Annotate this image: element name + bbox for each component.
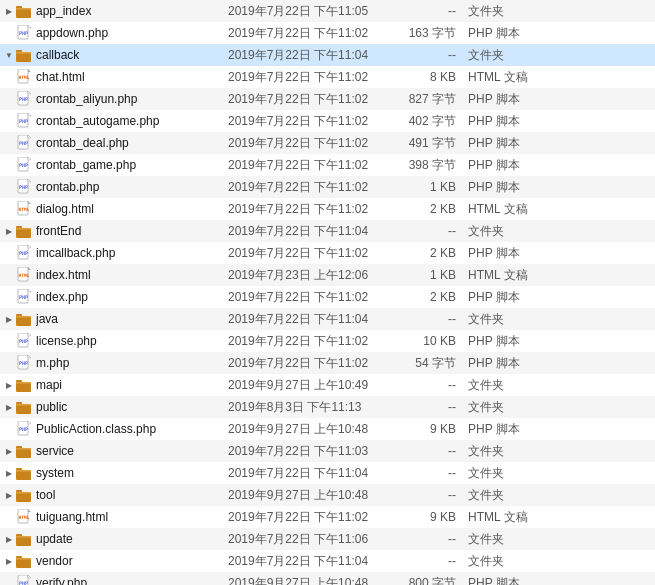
table-row[interactable]: ▶ java 2019年7月22日 下午11:04 -- 文件夹 <box>0 308 655 330</box>
table-row[interactable]: PHP crontab_aliyun.php 2019年7月22日 下午11:0… <box>0 88 655 110</box>
file-name-cell: ▶ public <box>4 399 224 415</box>
file-name-cell: PHP license.php <box>4 333 224 349</box>
file-date-cell: 2019年9月27日 上午10:49 <box>224 377 384 394</box>
file-name-cell: ▶ service <box>4 443 224 459</box>
svg-text:PHP: PHP <box>19 118 28 124</box>
php-icon: PHP <box>16 157 32 173</box>
file-size-cell: -- <box>384 488 464 502</box>
file-date-cell: 2019年9月27日 上午10:48 <box>224 487 384 504</box>
file-name-cell: PHP appdown.php <box>4 25 224 41</box>
file-date-cell: 2019年7月22日 下午11:04 <box>224 311 384 328</box>
file-date-cell: 2019年7月22日 下午11:02 <box>224 157 384 174</box>
file-size-cell: -- <box>384 378 464 392</box>
file-name-cell: ▶ mapi <box>4 377 224 393</box>
file-size-cell: 800 字节 <box>384 575 464 586</box>
expand-arrow[interactable]: ▼ <box>4 50 14 60</box>
svg-marker-90 <box>28 509 31 512</box>
table-row[interactable]: PHP appdown.php 2019年7月22日 下午11:02 163 字… <box>0 22 655 44</box>
filename-label: appdown.php <box>36 26 108 40</box>
expand-arrow[interactable]: ▶ <box>4 402 14 412</box>
table-row[interactable]: PHP crontab_deal.php 2019年7月22日 下午11:02 … <box>0 132 655 154</box>
php-icon: PHP <box>16 25 32 41</box>
file-date-cell: 2019年7月22日 下午11:02 <box>224 245 384 262</box>
svg-marker-33 <box>28 179 31 182</box>
file-size-cell: 9 KB <box>384 510 464 524</box>
table-row[interactable]: ▶ mapi 2019年9月27日 上午10:49 -- 文件夹 <box>0 374 655 396</box>
table-row[interactable]: PHP crontab_game.php 2019年7月22日 下午11:02 … <box>0 154 655 176</box>
svg-marker-13 <box>28 69 31 72</box>
file-size-cell: -- <box>384 224 464 238</box>
table-row[interactable]: PHP imcallback.php 2019年7月22日 下午11:02 2 … <box>0 242 655 264</box>
table-row[interactable]: PHP verify.php 2019年9月27日 上午10:48 800 字节… <box>0 572 655 585</box>
file-date-cell: 2019年7月22日 下午11:02 <box>224 69 384 86</box>
file-kind-cell: 文件夹 <box>464 223 544 240</box>
filename-label: crontab_game.php <box>36 158 136 172</box>
table-row[interactable]: ▼ callback 2019年7月22日 下午11:04 -- 文件夹 <box>0 44 655 66</box>
file-date-cell: 2019年7月22日 下午11:02 <box>224 333 384 350</box>
file-name-cell: PHP crontab.php <box>4 179 224 195</box>
table-row[interactable]: ▶ frontEnd 2019年7月22日 下午11:04 -- 文件夹 <box>0 220 655 242</box>
table-row[interactable]: HTML tuiguang.html 2019年7月22日 下午11:02 9 … <box>0 506 655 528</box>
table-row[interactable]: ▶ tool 2019年9月27日 上午10:48 -- 文件夹 <box>0 484 655 506</box>
expand-arrow[interactable]: ▶ <box>4 226 14 236</box>
table-row[interactable]: PHP index.php 2019年7月22日 下午11:02 2 KB PH… <box>0 286 655 308</box>
expand-arrow[interactable]: ▶ <box>4 446 14 456</box>
table-row[interactable]: PHP m.php 2019年7月22日 下午11:02 54 字节 PHP 脚… <box>0 352 655 374</box>
folder-icon <box>16 465 32 481</box>
expand-arrow[interactable]: ▶ <box>4 490 14 500</box>
folder-icon <box>16 531 32 547</box>
table-row[interactable]: ▶ service 2019年7月22日 下午11:03 -- 文件夹 <box>0 440 655 462</box>
file-date-cell: 2019年7月22日 下午11:02 <box>224 25 384 42</box>
file-kind-cell: 文件夹 <box>464 443 544 460</box>
table-row[interactable]: ▶ vendor 2019年7月22日 下午11:04 -- 文件夹 <box>0 550 655 572</box>
svg-rect-99 <box>16 559 31 567</box>
file-date-cell: 2019年7月22日 下午11:04 <box>224 553 384 570</box>
table-row[interactable]: PHP PublicAction.class.php 2019年9月27日 上午… <box>0 418 655 440</box>
svg-rect-68 <box>16 383 31 391</box>
expand-arrow[interactable]: ▶ <box>4 380 14 390</box>
file-date-cell: 2019年7月22日 下午11:02 <box>224 201 384 218</box>
table-row[interactable]: ▶ app_index 2019年7月22日 下午11:05 -- 文件夹 <box>0 0 655 22</box>
expand-arrow[interactable]: ▶ <box>4 6 14 16</box>
php-icon: PHP <box>16 135 32 151</box>
svg-text:PHP: PHP <box>19 338 28 344</box>
svg-marker-21 <box>28 113 31 116</box>
file-size-cell: 1 KB <box>384 180 464 194</box>
table-row[interactable]: HTML dialog.html 2019年7月22日 下午11:02 2 KB… <box>0 198 655 220</box>
file-size-cell: -- <box>384 554 464 568</box>
filename-label: update <box>36 532 73 546</box>
table-row[interactable]: PHP license.php 2019年7月22日 下午11:02 10 KB… <box>0 330 655 352</box>
file-size-cell: 398 字节 <box>384 157 464 174</box>
table-row[interactable]: HTML chat.html 2019年7月22日 下午11:02 8 KB H… <box>0 66 655 88</box>
table-row[interactable]: PHP crontab.php 2019年7月22日 下午11:02 1 KB … <box>0 176 655 198</box>
file-size-cell: -- <box>384 444 464 458</box>
file-date-cell: 2019年7月22日 下午11:02 <box>224 179 384 196</box>
table-row[interactable]: PHP crontab_autogame.php 2019年7月22日 下午11… <box>0 110 655 132</box>
file-date-cell: 2019年7月22日 下午11:02 <box>224 289 384 306</box>
filename-label: mapi <box>36 378 62 392</box>
filename-label: crontab.php <box>36 180 99 194</box>
table-row[interactable]: ▶ system 2019年7月22日 下午11:04 -- 文件夹 <box>0 462 655 484</box>
table-row[interactable]: HTML index.html 2019年7月23日 上午12:06 1 KB … <box>0 264 655 286</box>
svg-text:PHP: PHP <box>19 162 28 168</box>
svg-marker-47 <box>28 267 31 270</box>
svg-marker-59 <box>28 333 31 336</box>
svg-rect-95 <box>16 537 31 545</box>
svg-text:PHP: PHP <box>19 140 28 146</box>
svg-rect-11 <box>16 53 31 61</box>
php-icon: PHP <box>16 289 32 305</box>
html-icon: HTML <box>16 201 32 217</box>
expand-arrow[interactable]: ▶ <box>4 468 14 478</box>
expand-arrow[interactable]: ▶ <box>4 556 14 566</box>
expand-arrow[interactable]: ▶ <box>4 534 14 544</box>
php-icon: PHP <box>16 333 32 349</box>
file-size-cell: 491 字节 <box>384 135 464 152</box>
table-row[interactable]: ▶ public 2019年8月3日 下午11:13 -- 文件夹 <box>0 396 655 418</box>
expand-arrow[interactable]: ▶ <box>4 314 14 324</box>
file-name-cell: PHP m.php <box>4 355 224 371</box>
file-date-cell: 2019年7月22日 下午11:04 <box>224 465 384 482</box>
file-name-cell: PHP crontab_game.php <box>4 157 224 173</box>
file-kind-cell: 文件夹 <box>464 3 544 20</box>
table-row[interactable]: ▶ update 2019年7月22日 下午11:06 -- 文件夹 <box>0 528 655 550</box>
html-icon: HTML <box>16 267 32 283</box>
